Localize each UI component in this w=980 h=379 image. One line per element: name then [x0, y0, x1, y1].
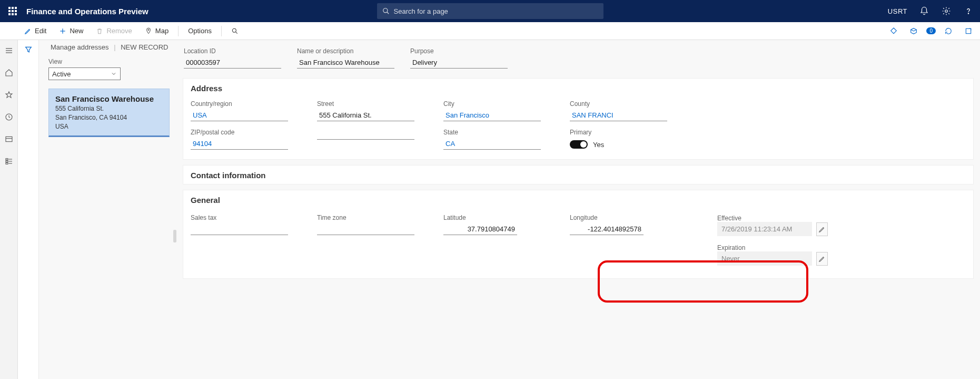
country-input[interactable]: [191, 110, 288, 121]
breadcrumb: Manage addresses | NEW RECORD: [51, 43, 169, 51]
svg-rect-27: [6, 163, 8, 164]
home-icon[interactable]: [2, 65, 16, 80]
clock-icon[interactable]: [2, 110, 16, 124]
location-id-input[interactable]: [184, 57, 281, 69]
expiration-edit-button[interactable]: [816, 252, 828, 266]
latitude-label: Latitude: [443, 214, 517, 221]
search-action[interactable]: [225, 22, 245, 40]
street-field: Street: [317, 100, 414, 121]
primary-label: Primary: [570, 129, 667, 136]
view-label: View: [48, 58, 170, 65]
view-value: Active: [52, 70, 71, 78]
breadcrumb-root[interactable]: Manage addresses: [51, 43, 109, 51]
purpose-input[interactable]: [410, 57, 508, 69]
street-input[interactable]: [317, 110, 414, 121]
primary-toggle[interactable]: Yes: [570, 140, 667, 149]
longitude-field: Longitude: [570, 214, 644, 235]
county-input[interactable]: [570, 110, 667, 121]
bell-icon[interactable]: [917, 4, 932, 18]
time-zone-input[interactable]: [317, 223, 414, 235]
county-field: County: [570, 100, 667, 121]
card-line: USA: [55, 123, 163, 130]
box-icon[interactable]: [906, 24, 921, 38]
svg-rect-0: [8, 7, 11, 9]
longitude-input[interactable]: [570, 223, 644, 235]
street-label: Street: [317, 100, 414, 108]
primary-field: Primary Yes: [570, 129, 667, 149]
primary-value: Yes: [593, 141, 604, 149]
sales-tax-input[interactable]: [191, 223, 288, 235]
svg-rect-23: [6, 137, 12, 141]
card-line: San Francisco, CA 94104: [55, 114, 163, 121]
global-search[interactable]: Search for a page: [377, 3, 603, 19]
new-button[interactable]: New: [53, 22, 90, 40]
action-bar: Edit New Remove Map Options 0: [0, 22, 980, 40]
contact-section[interactable]: Contact information: [183, 165, 974, 184]
time-zone-field: Time zone: [317, 214, 414, 235]
gear-icon[interactable]: [939, 4, 954, 18]
svg-line-10: [387, 12, 389, 14]
filter-icon[interactable]: [24, 45, 33, 379]
svg-rect-8: [15, 13, 17, 15]
purpose-label: Purpose: [410, 47, 508, 55]
latitude-field: Latitude: [443, 214, 517, 235]
general-title[interactable]: General: [183, 190, 973, 209]
notification-badge[interactable]: 0: [926, 27, 936, 34]
svg-point-16: [232, 28, 236, 32]
svg-point-15: [148, 29, 149, 30]
zip-input[interactable]: [191, 138, 288, 150]
svg-rect-7: [12, 13, 14, 15]
top-navbar: Finance and Operations Preview Search fo…: [0, 0, 980, 22]
svg-rect-18: [966, 28, 971, 33]
toggle-switch: [570, 140, 588, 149]
svg-rect-2: [15, 7, 17, 9]
svg-rect-6: [8, 13, 11, 15]
help-icon[interactable]: [961, 4, 976, 18]
country-label: Country/region: [191, 100, 288, 108]
breadcrumb-current: NEW RECORD: [121, 43, 168, 51]
hamburger-icon[interactable]: [2, 43, 16, 58]
view-dropdown[interactable]: Active: [48, 67, 121, 80]
svg-point-9: [383, 8, 387, 13]
edit-button[interactable]: Edit: [18, 22, 53, 40]
app-title: Finance and Operations Preview: [26, 7, 149, 16]
popout-icon[interactable]: [961, 24, 976, 38]
card-title: San Francisco Warehouse: [55, 94, 163, 103]
modules-icon[interactable]: [2, 154, 16, 169]
effective-input: [717, 222, 812, 236]
svg-rect-4: [12, 10, 14, 12]
app-launcher-icon[interactable]: [4, 3, 21, 20]
map-button[interactable]: Map: [138, 22, 175, 40]
sales-tax-field: Sales tax: [191, 214, 288, 235]
nav-rail: [0, 40, 18, 379]
svg-point-12: [968, 13, 968, 14]
svg-rect-25: [6, 159, 8, 160]
time-zone-label: Time zone: [317, 214, 414, 221]
separator: [178, 26, 179, 36]
star-icon[interactable]: [2, 88, 16, 102]
zip-field: ZIP/postal code: [191, 129, 288, 150]
user-code[interactable]: USRT: [888, 7, 907, 15]
address-title[interactable]: Address: [183, 79, 973, 97]
purpose-field: Purpose: [410, 47, 508, 69]
effective-edit-button[interactable]: [816, 222, 828, 236]
effective-label: Effective: [717, 215, 741, 222]
attach-icon[interactable]: [886, 24, 901, 38]
empty-underline: [317, 139, 414, 140]
name-label: Name or description: [297, 47, 394, 55]
latitude-input[interactable]: [443, 223, 517, 235]
longitude-label: Longitude: [570, 214, 644, 221]
expiration-label: Expiration: [717, 244, 745, 251]
svg-rect-1: [12, 7, 14, 9]
location-id-label: Location ID: [184, 47, 281, 55]
refresh-icon[interactable]: [941, 24, 956, 38]
list-item[interactable]: San Francisco Warehouse 555 California S…: [48, 89, 170, 137]
svg-rect-26: [6, 161, 8, 162]
city-input[interactable]: [443, 110, 541, 121]
list-pane: View Active San Francisco Warehouse 555 …: [39, 40, 173, 379]
svg-rect-5: [15, 10, 17, 12]
options-button[interactable]: Options: [182, 22, 218, 40]
state-input[interactable]: [443, 138, 541, 150]
workspace-icon[interactable]: [2, 132, 16, 147]
name-input[interactable]: [297, 57, 394, 69]
